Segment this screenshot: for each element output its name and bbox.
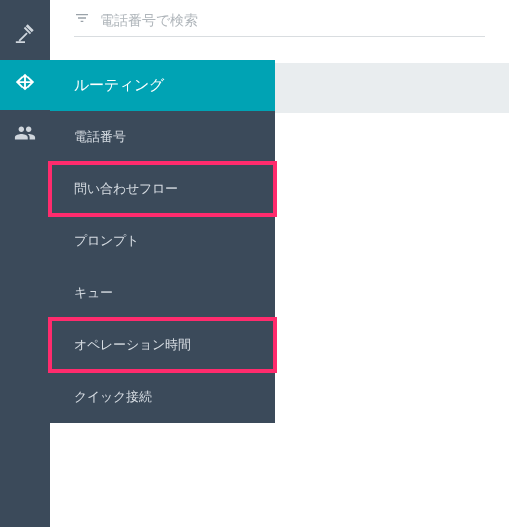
flyout-item-contact-flows[interactable]: 問い合わせフロー	[50, 163, 275, 215]
search-underline	[74, 36, 485, 37]
search-input[interactable]	[100, 12, 485, 28]
gavel-icon	[14, 22, 36, 48]
app-root: ルーティング 電話番号 問い合わせフロー プロンプト キュー オペレーション時間…	[0, 0, 509, 527]
flyout-item-hours-of-operation[interactable]: オペレーション時間	[50, 319, 275, 371]
flyout-item-quick-connects[interactable]: クイック接続	[50, 371, 275, 423]
flyout-item-queues[interactable]: キュー	[50, 267, 275, 319]
rail-item-gavel[interactable]	[0, 10, 50, 60]
flyout-item-prompts[interactable]: プロンプト	[50, 215, 275, 267]
users-icon	[14, 122, 36, 148]
flyout-item-label: キュー	[74, 285, 113, 300]
routing-icon	[14, 72, 36, 98]
rail-item-users[interactable]	[0, 110, 50, 160]
filter-icon	[74, 10, 90, 30]
flyout-item-label: クイック接続	[74, 389, 152, 404]
search-row	[50, 0, 509, 36]
flyout-item-phone-numbers[interactable]: 電話番号	[50, 111, 275, 163]
flyout-header: ルーティング	[50, 60, 275, 111]
flyout-item-label: オペレーション時間	[74, 337, 191, 352]
flyout-item-label: プロンプト	[74, 233, 139, 248]
rail-item-routing[interactable]	[0, 60, 50, 110]
flyout-item-label: 電話番号	[74, 129, 126, 144]
flyout-item-label: 問い合わせフロー	[74, 181, 178, 196]
nav-rail	[0, 0, 50, 527]
routing-flyout: ルーティング 電話番号 問い合わせフロー プロンプト キュー オペレーション時間…	[50, 60, 275, 423]
